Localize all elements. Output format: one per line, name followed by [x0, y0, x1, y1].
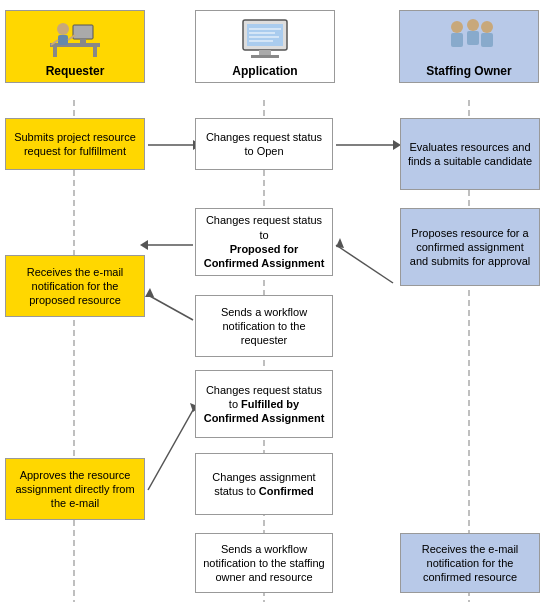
requester-header: Requester — [0, 10, 150, 83]
svg-rect-25 — [247, 24, 283, 46]
svg-rect-30 — [259, 50, 271, 55]
svg-line-11 — [148, 295, 193, 320]
app5-bold: Confirmed — [259, 485, 314, 497]
diagram: Requester Application — [0, 0, 548, 602]
svg-rect-16 — [53, 47, 57, 57]
app2-content: Changes request status to Proposed forCo… — [202, 213, 326, 270]
application-header: Application — [185, 10, 345, 83]
svg-rect-15 — [50, 43, 100, 47]
staffing3-box: Receives the e-mail notification for the… — [400, 533, 540, 593]
staffing-header-box: Staffing Owner — [399, 10, 539, 83]
app4-bold: Fulfilled by Confirmed Assignment — [204, 398, 325, 424]
app4-box: Changes request status to Fulfilled by C… — [195, 370, 333, 438]
svg-rect-33 — [451, 33, 463, 47]
requester-icon — [45, 15, 105, 60]
staffing2-text: Proposes resource for a confirmed assign… — [407, 226, 533, 269]
application-label: Application — [232, 64, 297, 78]
staffing-label: Staffing Owner — [426, 64, 511, 78]
svg-rect-31 — [251, 55, 279, 58]
application-header-box: Application — [195, 10, 335, 83]
svg-rect-19 — [80, 39, 86, 43]
svg-point-34 — [467, 19, 479, 31]
staffing-header: Staffing Owner — [390, 10, 548, 83]
svg-marker-12 — [145, 288, 154, 297]
app3-text: Sends a workflow notification to the req… — [202, 305, 326, 348]
app2-line1: Changes request status to — [206, 214, 322, 240]
svg-point-36 — [481, 21, 493, 33]
svg-line-7 — [336, 245, 393, 283]
application-icon — [235, 15, 295, 60]
svg-rect-18 — [73, 25, 93, 39]
svg-rect-35 — [467, 31, 479, 45]
svg-line-13 — [148, 410, 193, 490]
requester-label: Requester — [46, 64, 105, 78]
app3-box: Sends a workflow notification to the req… — [195, 295, 333, 357]
req2-text: Receives the e-mail notification for the… — [12, 265, 138, 308]
req3-box: Approves the resource assignment directl… — [5, 458, 145, 520]
svg-rect-21 — [58, 35, 68, 45]
svg-rect-17 — [93, 47, 97, 57]
app4-content: Changes request status to Fulfilled by C… — [202, 383, 326, 426]
staffing3-text: Receives the e-mail notification for the… — [407, 542, 533, 585]
app2-bold: Proposed forConfirmed Assignment — [204, 243, 325, 269]
staffing-icon — [437, 15, 502, 60]
app1-box: Changes request status to Open — [195, 118, 333, 170]
svg-marker-8 — [336, 238, 344, 248]
req2-box: Receives the e-mail notification for the… — [5, 255, 145, 317]
requester-header-box: Requester — [5, 10, 145, 83]
svg-point-32 — [451, 21, 463, 33]
svg-point-20 — [57, 23, 69, 35]
app1-text: Changes request status to Open — [202, 130, 326, 159]
req1-text: Submits project resource request for ful… — [12, 130, 138, 159]
app5-box: Changes assignment status to Confirmed — [195, 453, 333, 515]
svg-rect-37 — [481, 33, 493, 47]
app5-content: Changes assignment status to Confirmed — [202, 470, 326, 499]
app6-box: Sends a workflow notification to the sta… — [195, 533, 333, 593]
req3-text: Approves the resource assignment directl… — [12, 468, 138, 511]
req1-box: Submits project resource request for ful… — [5, 118, 145, 170]
staffing1-text: Evaluates resources and finds a suitable… — [407, 140, 533, 169]
staffing2-box: Proposes resource for a confirmed assign… — [400, 208, 540, 286]
svg-marker-10 — [140, 240, 148, 250]
staffing1-box: Evaluates resources and finds a suitable… — [400, 118, 540, 190]
app2-box: Changes request status to Proposed forCo… — [195, 208, 333, 276]
app6-text: Sends a workflow notification to the sta… — [202, 542, 326, 585]
